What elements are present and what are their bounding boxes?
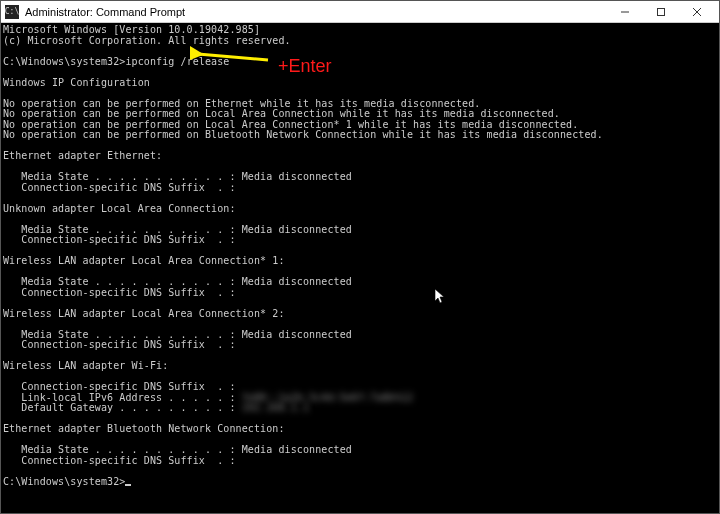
adapter-ethernet-header: Ethernet adapter Ethernet: bbox=[3, 150, 162, 161]
dns-suffix-line: Connection-specific DNS Suffix . : bbox=[3, 287, 236, 298]
maximize-icon bbox=[656, 7, 666, 17]
command-typed: ipconfig /release bbox=[125, 56, 229, 67]
dns-suffix-line: Connection-specific DNS Suffix . : bbox=[3, 182, 236, 193]
adapter-wlan-lac1-header: Wireless LAN adapter Local Area Connecti… bbox=[3, 255, 285, 266]
ipconfig-header: Windows IP Configuration bbox=[3, 77, 150, 88]
media-state-line: Media State . . . . . . . . . . . : Medi… bbox=[3, 444, 352, 455]
command-prompt-window: C:\ Administrator: Command Prompt Micros… bbox=[0, 0, 720, 514]
adapter-wlan-lac2-header: Wireless LAN adapter Local Area Connecti… bbox=[3, 308, 285, 319]
cmd-icon: C:\ bbox=[5, 5, 19, 19]
prompt-path: C:\Windows\system32> bbox=[3, 56, 125, 67]
close-icon bbox=[692, 7, 702, 17]
media-state-line: Media State . . . . . . . . . . . : Medi… bbox=[3, 276, 352, 287]
close-button[interactable] bbox=[679, 1, 715, 22]
dns-suffix-line: Connection-specific DNS Suffix . : bbox=[3, 339, 236, 350]
prompt-path: C:\Windows\system32> bbox=[3, 476, 125, 487]
media-state-line: Media State . . . . . . . . . . . : Medi… bbox=[3, 224, 352, 235]
terminal-output[interactable]: Microsoft Windows [Version 10.0.19042.98… bbox=[1, 23, 719, 513]
noop-lac1: No operation can be performed on Local A… bbox=[3, 119, 578, 130]
wifi-gateway-value-blurred: 192.168.1.1 bbox=[242, 402, 309, 413]
noop-lac: No operation can be performed on Local A… bbox=[3, 108, 560, 119]
adapter-wifi-header: Wireless LAN adapter Wi-Fi: bbox=[3, 360, 168, 371]
maximize-button[interactable] bbox=[643, 1, 679, 22]
dns-suffix-line: Connection-specific DNS Suffix . : bbox=[3, 234, 236, 245]
svg-rect-1 bbox=[658, 8, 665, 15]
os-version-line: Microsoft Windows [Version 10.0.19042.98… bbox=[3, 24, 260, 35]
minimize-button[interactable] bbox=[607, 1, 643, 22]
wifi-gateway-label: Default Gateway . . . . . . . . . : bbox=[3, 402, 242, 413]
wifi-ipv6-value-blurred: fe80::1a2b:3c4d:5e6f:7a8b%12 bbox=[242, 392, 413, 403]
media-state-line: Media State . . . . . . . . . . . : Medi… bbox=[3, 171, 352, 182]
noop-bluetooth: No operation can be performed on Bluetoo… bbox=[3, 129, 603, 140]
window-controls bbox=[607, 1, 715, 22]
minimize-icon bbox=[620, 7, 630, 17]
dns-suffix-line: Connection-specific DNS Suffix . : bbox=[3, 381, 236, 392]
cursor-icon bbox=[125, 484, 131, 486]
window-title: Administrator: Command Prompt bbox=[25, 6, 607, 18]
copyright-line: (c) Microsoft Corporation. All rights re… bbox=[3, 35, 291, 46]
media-state-line: Media State . . . . . . . . . . . : Medi… bbox=[3, 329, 352, 340]
noop-ethernet: No operation can be performed on Etherne… bbox=[3, 98, 480, 109]
adapter-unknown-lac-header: Unknown adapter Local Area Connection: bbox=[3, 203, 236, 214]
adapter-bluetooth-header: Ethernet adapter Bluetooth Network Conne… bbox=[3, 423, 285, 434]
titlebar[interactable]: C:\ Administrator: Command Prompt bbox=[1, 1, 719, 23]
dns-suffix-line: Connection-specific DNS Suffix . : bbox=[3, 455, 236, 466]
wifi-ipv6-label: Link-local IPv6 Address . . . . . : bbox=[3, 392, 242, 403]
cmd-icon-glyph: C:\ bbox=[5, 8, 19, 16]
